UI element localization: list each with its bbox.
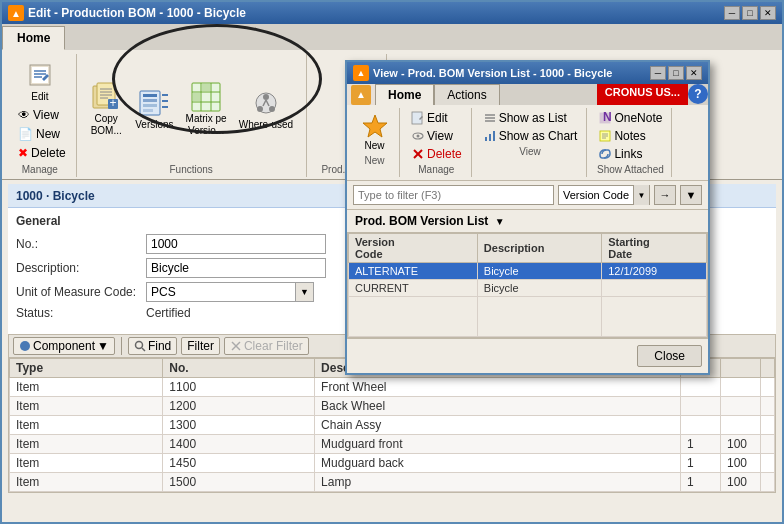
copy-bom-label: CopyBOM...	[91, 113, 122, 137]
view-label: View	[33, 108, 59, 122]
modal-ribbon-group-new: New New	[350, 108, 400, 177]
cronus-badge[interactable]: CRONUS US...	[597, 84, 688, 105]
delete-button[interactable]: ✖ Delete	[14, 144, 70, 162]
edit-large-button[interactable]: Edit	[18, 56, 62, 106]
versions-button[interactable]: Versions	[130, 84, 178, 134]
modal-table-row-current[interactable]: CURRENT Bicycle	[349, 280, 707, 297]
filter-button[interactable]: Filter	[181, 337, 220, 355]
modal-onenote-button[interactable]: N OneNote	[595, 110, 665, 126]
versions-icon	[138, 87, 170, 119]
modal-view-button[interactable]: View	[408, 128, 465, 144]
cell-description: Chain Assy	[315, 416, 681, 435]
svg-rect-1	[32, 67, 48, 83]
new-button[interactable]: 📄 New	[14, 125, 70, 143]
modal-window: ▲ View - Prod. BOM Version List - 1000 -…	[345, 60, 710, 375]
svg-rect-50	[493, 131, 495, 141]
cell-description: Mudguard front	[315, 435, 681, 454]
modal-links-button[interactable]: Links	[595, 146, 665, 162]
cell-no: 1300	[163, 416, 315, 435]
copy-bom-button[interactable]: + CopyBOM...	[84, 78, 128, 140]
modal-table: VersionCode Description StartingDate ALT…	[348, 233, 707, 337]
modal-close-icon-button[interactable]: ✕	[686, 66, 702, 80]
modal-list-title: Prod. BOM Version List ▼	[355, 214, 505, 228]
modal-list-header: Prod. BOM Version List ▼	[347, 210, 708, 233]
modal-show-as-chart-button[interactable]: Show as Chart	[480, 128, 581, 144]
edit-button-label: Edit	[31, 91, 48, 103]
cell-no: 1200	[163, 397, 315, 416]
find-button[interactable]: Find	[128, 337, 177, 355]
svg-point-30	[257, 106, 263, 112]
description-input[interactable]	[146, 258, 326, 278]
minimize-button[interactable]: ─	[724, 6, 740, 20]
matrix-label: Matrix peVersio...	[186, 113, 227, 137]
ribbon-group-functions: + CopyBOM...	[77, 54, 307, 177]
filter-expand-button[interactable]: ▼	[680, 185, 702, 205]
edit-icon	[24, 59, 56, 91]
find-label: Find	[148, 339, 171, 353]
modal-footer: Close	[347, 338, 708, 373]
matrix-per-version-button[interactable]: Matrix peVersio...	[181, 78, 232, 140]
close-button[interactable]: ✕	[760, 6, 776, 20]
table-row[interactable]: Item 1500 Lamp 1100	[10, 473, 775, 492]
svg-text:N: N	[603, 111, 612, 124]
filter-dropdown-text: Version Code	[559, 189, 633, 201]
modal-show-as-list-button[interactable]: Show as List	[480, 110, 581, 126]
clear-filter-button[interactable]: Clear Filter	[224, 337, 309, 355]
svg-point-35	[135, 342, 142, 349]
table-row[interactable]: Item 1450 Mudguard back 1100	[10, 454, 775, 473]
modal-notes-button[interactable]: Notes	[595, 128, 665, 144]
modal-edit-label: Edit	[427, 111, 448, 125]
svg-rect-16	[143, 104, 157, 107]
svg-rect-14	[143, 94, 157, 97]
modal-minimize-button[interactable]: ─	[650, 66, 666, 80]
list-title-arrow: ▼	[495, 216, 505, 227]
modal-maximize-button[interactable]: □	[668, 66, 684, 80]
modal-show-attached-label: Show Attached	[597, 164, 664, 175]
no-input[interactable]	[146, 234, 326, 254]
modal-edit-button[interactable]: Edit	[408, 110, 465, 126]
status-label: Status:	[16, 306, 146, 320]
modal-close-button[interactable]: Close	[637, 345, 702, 367]
modal-new-button[interactable]: New	[357, 110, 393, 153]
modal-table-wrapper: VersionCode Description StartingDate ALT…	[347, 233, 708, 338]
component-arrow: ▼	[97, 339, 109, 353]
modal-ribbon-group-show-attached: N OneNote Notes Links Show Attached	[589, 108, 672, 177]
table-row[interactable]: Item 1400 Mudguard front 1100	[10, 435, 775, 454]
svg-rect-17	[143, 109, 153, 112]
uom-input[interactable]	[146, 282, 296, 302]
modal-col-description: Description	[477, 234, 601, 263]
cell-type: Item	[10, 473, 163, 492]
modal-cell-description: Bicycle	[477, 263, 601, 280]
table-row[interactable]: Item 1300 Chain Assy	[10, 416, 775, 435]
filter-label: Filter	[187, 339, 214, 353]
uom-label: Unit of Measure Code:	[16, 285, 146, 299]
svg-marker-39	[363, 115, 387, 137]
component-label: Component	[33, 339, 95, 353]
view-button[interactable]: 👁 View	[14, 106, 70, 124]
modal-app-icon: ▲	[353, 65, 369, 81]
modal-ribbon-group-view: Show as List Show as Chart View	[474, 108, 588, 177]
filter-input[interactable]	[353, 185, 554, 205]
table-row[interactable]: Item 1200 Back Wheel	[10, 397, 775, 416]
filter-nav-button[interactable]: →	[654, 185, 676, 205]
help-button[interactable]: ?	[688, 84, 708, 104]
uom-dropdown-button[interactable]: ▼	[296, 282, 314, 302]
modal-tab-actions[interactable]: Actions	[434, 84, 499, 105]
svg-point-29	[263, 94, 269, 100]
maximize-button[interactable]: □	[742, 6, 758, 20]
main-window-title: Edit - Production BOM - 1000 - Bicycle	[28, 6, 246, 20]
modal-delete-button[interactable]: Delete	[408, 146, 465, 162]
table-row[interactable]: Item 1100 Front Wheel	[10, 378, 775, 397]
modal-nav-icon[interactable]: ▲	[351, 85, 371, 105]
main-title-bar: ▲ Edit - Production BOM - 1000 - Bicycle…	[2, 2, 782, 24]
version-code-filter[interactable]: Version Code ▼	[558, 185, 650, 205]
filter-dropdown-button[interactable]: ▼	[633, 185, 649, 205]
description-label: Description:	[16, 261, 146, 275]
lines-table: Type No. Description Item 110	[9, 358, 775, 492]
component-button[interactable]: Component ▼	[13, 337, 115, 355]
modal-table-row-alternate[interactable]: ALTERNATE Bicycle 12/1/2099	[349, 263, 707, 280]
where-used-label: Where-used	[239, 119, 293, 131]
modal-tab-home[interactable]: Home	[375, 84, 434, 105]
tab-home[interactable]: Home	[2, 26, 65, 50]
where-used-button[interactable]: Where-used	[234, 84, 298, 134]
